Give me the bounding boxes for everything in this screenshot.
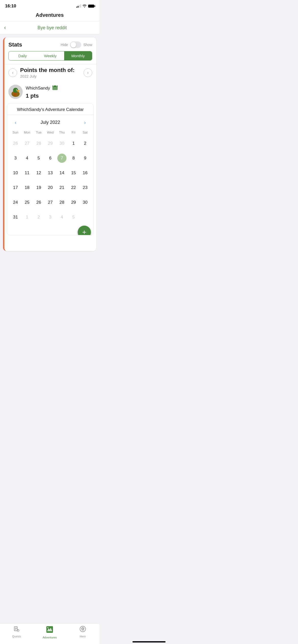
cal-day[interactable]: 28 bbox=[33, 136, 45, 151]
cal-day[interactable]: 25 bbox=[21, 195, 33, 210]
wifi-icon bbox=[83, 4, 87, 8]
tab-weekly[interactable]: Weekly bbox=[36, 51, 64, 60]
cal-day[interactable]: 21 bbox=[56, 181, 68, 195]
cal-day[interactable]: 2 bbox=[33, 210, 45, 224]
app-title: Adventures bbox=[36, 12, 64, 18]
cal-day[interactable]: 13 bbox=[45, 166, 56, 180]
cal-day[interactable]: 26 bbox=[10, 136, 21, 151]
cal-day[interactable]: 5 bbox=[68, 210, 79, 224]
cal-day[interactable]: 31 bbox=[10, 210, 21, 224]
weekday-thu: Thu bbox=[56, 129, 68, 135]
cal-day[interactable]: 27 bbox=[21, 136, 33, 151]
cal-month-row: ‹ July 2022 › bbox=[7, 115, 93, 128]
cal-day[interactable]: 17 bbox=[10, 181, 21, 195]
user-info: WhichSandy bbox=[26, 84, 92, 99]
cal-day[interactable]: 22 bbox=[68, 181, 79, 195]
next-month-button[interactable]: › bbox=[84, 68, 92, 77]
cal-day[interactable]: 18 bbox=[21, 181, 33, 195]
nav-row: ‹ Bye bye reddit bbox=[0, 21, 99, 34]
weekday-sat: Sat bbox=[79, 129, 91, 135]
toggle-knob bbox=[71, 42, 76, 48]
calendar-icon bbox=[52, 84, 58, 92]
prev-month-button[interactable]: ‹ bbox=[8, 68, 17, 77]
cal-day[interactable]: 26 bbox=[33, 195, 45, 210]
points-label: Points the month of: bbox=[20, 67, 80, 74]
stats-card: Stats Hide Show Daily Weekly Monthly ‹ P… bbox=[3, 37, 96, 251]
cal-next-button[interactable]: › bbox=[82, 119, 88, 126]
cal-day[interactable]: 12 bbox=[33, 166, 45, 180]
cal-day[interactable]: 24 bbox=[10, 195, 21, 210]
cal-month-title: July 2022 bbox=[40, 120, 60, 125]
avatar bbox=[8, 85, 23, 99]
cal-day[interactable]: 8 bbox=[68, 151, 79, 165]
cal-day[interactable]: 30 bbox=[56, 136, 68, 151]
cal-day[interactable]: 3 bbox=[45, 210, 56, 224]
tab-monthly[interactable]: Monthly bbox=[64, 51, 92, 60]
weekday-mon: Mon bbox=[21, 129, 33, 135]
svg-point-7 bbox=[15, 94, 16, 95]
cal-day[interactable]: 2 bbox=[79, 136, 91, 151]
cal-day[interactable]: 10 bbox=[10, 166, 21, 180]
cal-day[interactable]: 6 bbox=[45, 151, 56, 165]
weekday-fri: Fri bbox=[68, 129, 79, 135]
calendar-title: WhichSandy's Adventure Calendar bbox=[7, 104, 93, 115]
back-button[interactable]: ‹ bbox=[4, 24, 9, 31]
points-sublabel: 2022 July bbox=[20, 74, 80, 78]
cal-day[interactable]: 27 bbox=[45, 195, 56, 210]
tab-selector: Daily Weekly Monthly bbox=[8, 51, 92, 61]
show-label: Show bbox=[83, 43, 92, 47]
points-info: Points the month of: 2022 July bbox=[17, 67, 84, 78]
signal-icon bbox=[76, 5, 81, 8]
tab-daily[interactable]: Daily bbox=[9, 51, 36, 60]
user-pts: 1 pts bbox=[26, 93, 92, 99]
cal-day[interactable]: 19 bbox=[33, 181, 45, 195]
adventure-name: Bye bye reddit bbox=[9, 25, 95, 31]
user-name-row: WhichSandy bbox=[26, 84, 92, 92]
cal-day[interactable]: 29 bbox=[45, 136, 56, 151]
battery-icon bbox=[88, 5, 94, 8]
cal-weekdays: Sun Mon Tue Wed Thu Fri Sat bbox=[7, 128, 93, 136]
stats-header: Stats Hide Show bbox=[4, 37, 96, 51]
weekday-wed: Wed bbox=[45, 129, 56, 135]
status-time: 16:10 bbox=[5, 4, 16, 9]
cal-day[interactable]: 3 bbox=[10, 151, 21, 165]
cal-day[interactable]: 11 bbox=[21, 166, 33, 180]
cal-day[interactable]: 1 bbox=[68, 136, 79, 151]
cal-day[interactable]: 4 bbox=[56, 210, 68, 224]
cal-day[interactable]: 4 bbox=[21, 151, 33, 165]
cal-day[interactable]: 30 bbox=[79, 195, 91, 210]
fab-spacer: + bbox=[7, 227, 93, 235]
hide-label: Hide bbox=[61, 43, 68, 47]
weekday-sun: Sun bbox=[10, 129, 21, 135]
cal-day[interactable]: 1 bbox=[21, 210, 33, 224]
cal-day[interactable]: 29 bbox=[68, 195, 79, 210]
cal-day[interactable]: 15 bbox=[68, 166, 79, 180]
cal-day[interactable]: 5 bbox=[33, 151, 45, 165]
cal-day[interactable]: 14 bbox=[56, 166, 68, 180]
cal-day[interactable]: 16 bbox=[79, 166, 91, 180]
svg-point-5 bbox=[17, 90, 17, 90]
stats-toggle-row: Hide Show bbox=[61, 41, 92, 48]
cal-day[interactable]: 9 bbox=[79, 151, 91, 165]
cal-prev-button[interactable]: ‹ bbox=[12, 119, 19, 126]
weekday-tue: Tue bbox=[33, 129, 45, 135]
adventure-calendar: WhichSandy's Adventure Calendar ‹ July 2… bbox=[7, 103, 94, 235]
stats-toggle[interactable] bbox=[70, 41, 81, 48]
user-name: WhichSandy bbox=[26, 86, 50, 91]
cal-days: 26 27 28 29 30 1 2 3 4 5 6 7 8 9 10 11 1… bbox=[7, 136, 93, 227]
main-content: Stats Hide Show Daily Weekly Monthly ‹ P… bbox=[0, 34, 99, 254]
cal-day[interactable]: 20 bbox=[45, 181, 56, 195]
cal-day[interactable]: 23 bbox=[79, 181, 91, 195]
cal-day-today[interactable]: 7 bbox=[56, 151, 68, 165]
status-bar: 16:10 bbox=[0, 0, 99, 10]
app-header: Adventures bbox=[0, 10, 99, 21]
cal-day bbox=[79, 210, 91, 224]
stats-title: Stats bbox=[8, 41, 22, 48]
user-row: WhichSandy bbox=[4, 82, 96, 103]
svg-point-3 bbox=[17, 90, 20, 92]
points-section: ‹ Points the month of: 2022 July › bbox=[4, 64, 96, 82]
status-icons bbox=[76, 4, 94, 8]
cal-day[interactable]: 28 bbox=[56, 195, 68, 210]
